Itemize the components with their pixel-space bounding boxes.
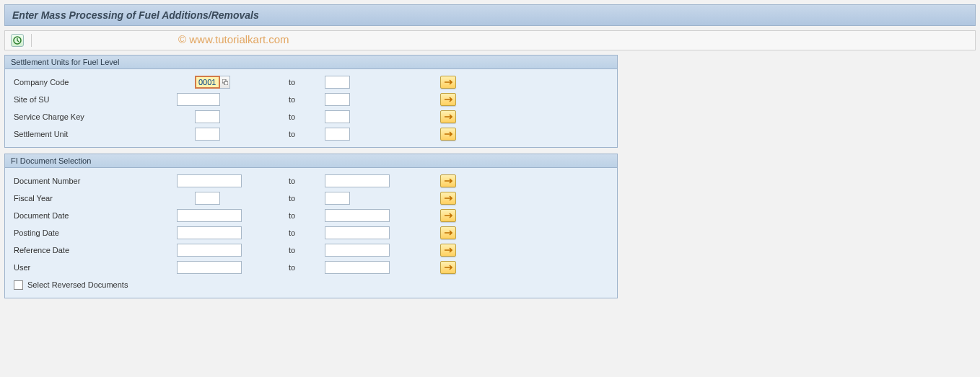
to-label: to (289, 263, 325, 272)
row-site-of-su: Site of SU to (11, 91, 611, 108)
label-document-number: Document Number (11, 177, 177, 185)
row-document-date: Document Date to (11, 207, 611, 224)
row-user: User to (11, 259, 611, 276)
row-document-number: Document Number to (11, 172, 611, 190)
multiple-selection-button[interactable] (440, 226, 456, 239)
label-document-date: Document Date (11, 211, 177, 220)
multiple-selection-button[interactable] (440, 110, 456, 123)
multiple-selection-button[interactable] (440, 174, 456, 187)
site-of-su-from-input[interactable] (177, 93, 220, 106)
to-label: to (289, 194, 325, 203)
multiple-selection-button[interactable] (440, 128, 456, 141)
label-fiscal-year: Fiscal Year (11, 194, 177, 203)
to-label: to (289, 130, 325, 138)
to-label: to (289, 78, 325, 87)
multiple-selection-button[interactable] (440, 244, 456, 257)
select-reversed-label: Select Reversed Documents (27, 280, 128, 289)
user-from-input[interactable] (177, 261, 242, 274)
row-company-code: Company Code to (11, 74, 611, 91)
service-charge-key-from-input[interactable] (195, 110, 220, 123)
document-number-from-input[interactable] (177, 174, 242, 187)
watermark: © www.tutorialkart.com (178, 33, 289, 45)
label-reference-date: Reference Date (11, 246, 177, 254)
row-fiscal-year: Fiscal Year to (11, 190, 611, 207)
page-title: Enter Mass Processing of Fuel Additions/… (4, 4, 976, 26)
document-date-from-input[interactable] (177, 209, 242, 222)
document-number-to-input[interactable] (325, 174, 390, 187)
document-date-to-input[interactable] (325, 209, 390, 222)
multiple-selection-button[interactable] (440, 93, 456, 106)
toolbar-separator (31, 34, 32, 47)
execute-icon[interactable] (11, 34, 24, 47)
reference-date-from-input[interactable] (177, 244, 242, 257)
posting-date-to-input[interactable] (325, 226, 390, 239)
label-posting-date: Posting Date (11, 229, 177, 237)
label-company-code: Company Code (11, 78, 177, 87)
company-code-from-input[interactable] (195, 76, 220, 89)
settlement-unit-from-input[interactable] (195, 128, 220, 141)
f4-help-icon[interactable] (220, 76, 230, 89)
row-posting-date: Posting Date to (11, 224, 611, 241)
to-label: to (289, 211, 325, 220)
group-header: FI Document Selection (5, 154, 617, 168)
fiscal-year-to-input[interactable] (325, 192, 350, 205)
toolbar: © www.tutorialkart.com (4, 30, 976, 50)
group-settlement-units: Settlement Units for Fuel Level Company … (4, 55, 618, 148)
fiscal-year-from-input[interactable] (195, 192, 220, 205)
user-to-input[interactable] (325, 261, 390, 274)
label-service-charge-key: Service Charge Key (11, 112, 177, 121)
site-of-su-to-input[interactable] (325, 93, 350, 106)
row-service-charge-key: Service Charge Key to (11, 108, 611, 125)
multiple-selection-button[interactable] (440, 209, 456, 222)
to-label: to (289, 95, 325, 104)
to-label: to (289, 177, 325, 185)
row-reference-date: Reference Date to (11, 241, 611, 259)
svg-rect-2 (224, 81, 228, 85)
posting-date-from-input[interactable] (177, 226, 242, 239)
group-header: Settlement Units for Fuel Level (5, 56, 617, 69)
row-settlement-unit: Settlement Unit to (11, 125, 611, 143)
multiple-selection-button[interactable] (440, 192, 456, 205)
group-fi-document: FI Document Selection Document Number to… (4, 154, 618, 298)
service-charge-key-to-input[interactable] (325, 110, 350, 123)
select-reversed-checkbox[interactable] (14, 280, 23, 290)
to-label: to (289, 112, 325, 121)
multiple-selection-button[interactable] (440, 76, 456, 89)
to-label: to (289, 229, 325, 237)
multiple-selection-button[interactable] (440, 261, 456, 274)
row-select-reversed: Select Reversed Documents (11, 276, 611, 293)
settlement-unit-to-input[interactable] (325, 128, 350, 141)
label-site-of-su: Site of SU (11, 95, 177, 104)
label-user: User (11, 263, 177, 272)
reference-date-to-input[interactable] (325, 244, 390, 257)
company-code-to-input[interactable] (325, 76, 350, 89)
label-settlement-unit: Settlement Unit (11, 130, 177, 138)
to-label: to (289, 246, 325, 254)
